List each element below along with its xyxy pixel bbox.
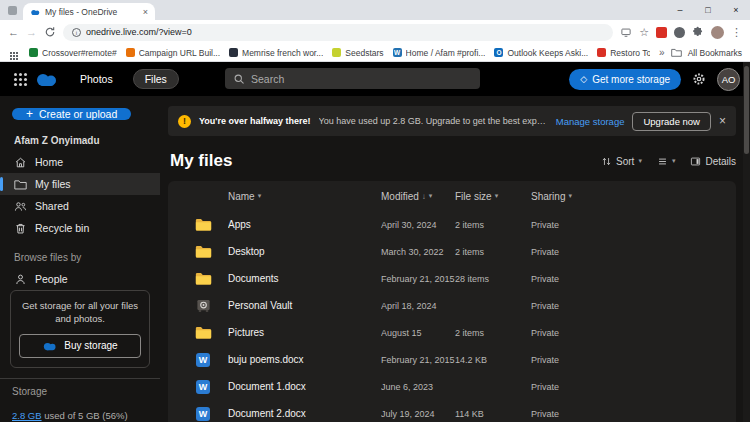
tab-close-icon[interactable]: ×	[143, 7, 148, 17]
site-info-icon[interactable]: i	[72, 28, 81, 37]
browser-logo-icon	[8, 6, 17, 15]
bookmark-item[interactable]: Campaign URL Buil...	[126, 48, 220, 58]
file-sharing[interactable]: Private	[531, 274, 736, 284]
bookmark-favicon	[126, 48, 135, 57]
table-row[interactable]: Pictures August 15 2 items Private	[168, 319, 736, 346]
forward-icon[interactable]: →	[26, 27, 37, 38]
sidebar-item-label: People	[35, 273, 68, 285]
create-or-upload-button[interactable]: + Create or upload	[12, 108, 131, 120]
column-header-sharing[interactable]: Sharing ▾	[531, 191, 736, 202]
send-to-device-icon[interactable]	[620, 27, 632, 38]
account-avatar[interactable]: AO	[717, 68, 740, 91]
bookmark-item[interactable]: Restoro Top articles...	[597, 48, 650, 58]
browser-toolbar: ← → i onedrive.live.com/?view=0 ☆ ⋮	[0, 20, 750, 44]
sort-button[interactable]: Sort ▾	[601, 156, 642, 167]
file-sharing[interactable]: Private	[531, 220, 736, 230]
file-sharing[interactable]: Private	[531, 328, 736, 338]
sidebar-item-my-files[interactable]: My files	[0, 173, 160, 195]
table-row[interactable]: Documents February 21, 2015 28 items Pri…	[168, 265, 736, 292]
storage-section: Storage 2.8 GB used of 5 GB (56%)	[0, 378, 160, 422]
search-box[interactable]	[225, 68, 480, 89]
storage-usage: 2.8 GB used of 5 GB (56%)	[12, 410, 160, 421]
file-sharing[interactable]: Private	[531, 247, 736, 257]
file-name[interactable]: Documents	[228, 273, 381, 284]
file-name[interactable]: Document 2.docx	[228, 408, 381, 419]
table-row[interactable]: W Document 1.docx June 6, 2023 Private	[168, 373, 736, 400]
bookmark-star-icon[interactable]: ☆	[639, 27, 649, 38]
browser-profile-avatar[interactable]	[711, 26, 724, 39]
table-row[interactable]: Personal Vault April 18, 2024 Private	[168, 292, 736, 319]
bookmark-label: Seedstars	[345, 48, 383, 58]
file-name[interactable]: Apps	[228, 219, 381, 230]
file-size: 28 items	[455, 274, 531, 284]
file-name[interactable]: Document 1.docx	[228, 381, 381, 392]
bookmarks-right: » All Bookmarks	[659, 47, 742, 58]
sidebar-item-home[interactable]: Home	[0, 151, 160, 173]
refresh-icon[interactable]	[44, 26, 56, 38]
tab-files[interactable]: Files	[133, 69, 179, 89]
apps-grid-icon[interactable]	[10, 52, 12, 54]
buy-storage-button[interactable]: Buy storage	[19, 334, 141, 358]
folder-icon	[195, 218, 212, 232]
details-button[interactable]: Details	[690, 156, 736, 167]
bookmark-item[interactable]: O Outlook Keeps Aski...	[494, 48, 588, 58]
browse-files-by-header: Browse files by	[14, 252, 160, 263]
manage-storage-link[interactable]: Manage storage	[556, 116, 625, 127]
window-minimize-button[interactable]: –	[666, 0, 694, 20]
app-launcher-icon[interactable]	[14, 73, 17, 76]
scrollbar-thumb[interactable]	[744, 66, 749, 154]
column-header-name[interactable]: Name ▾	[228, 191, 381, 202]
onedrive-logo-icon[interactable]	[34, 71, 60, 87]
onedrive-page: Photos Files ◇ Get more storage AO + C	[0, 62, 750, 422]
settings-gear-icon[interactable]	[692, 72, 706, 86]
file-modified: March 30, 2022	[381, 247, 455, 257]
bookmark-item[interactable]: W Home / Afam #profi...	[393, 48, 486, 58]
column-header-file-size[interactable]: File size ▾	[455, 191, 531, 202]
browser-menu-icon[interactable]: ⋮	[731, 27, 742, 38]
file-table-body: Apps April 30, 2024 2 items Private Desk…	[168, 211, 736, 422]
extension-red-icon[interactable]	[656, 27, 667, 38]
browser-tab[interactable]: My files - OneDrive ×	[23, 3, 155, 20]
table-row[interactable]: W buju poems.docx February 21, 2015 14.2…	[168, 346, 736, 373]
all-bookmarks-label[interactable]: All Bookmarks	[688, 48, 742, 58]
file-sharing[interactable]: Private	[531, 409, 736, 419]
window-close-button[interactable]: ×	[722, 0, 750, 20]
view-toggle-button[interactable]: ▾	[657, 156, 676, 167]
list-view-icon	[657, 156, 668, 167]
back-icon[interactable]: ←	[8, 27, 19, 38]
storage-used-link[interactable]: 2.8 GB	[12, 410, 42, 421]
file-sharing[interactable]: Private	[531, 382, 736, 392]
table-row[interactable]: Desktop March 30, 2022 2 items Private	[168, 238, 736, 265]
file-name[interactable]: Personal Vault	[228, 300, 381, 311]
search-input[interactable]	[251, 73, 472, 85]
address-bar[interactable]: i onedrive.live.com/?view=0	[63, 24, 613, 41]
sidebar-item-recycle-bin[interactable]: Recycle bin	[0, 217, 160, 239]
bookmarks-overflow-icon[interactable]: »	[659, 47, 665, 58]
bookmark-favicon	[597, 48, 606, 57]
bookmark-label: Home / Afam #profi...	[406, 48, 486, 58]
home-icon	[14, 156, 27, 169]
tab-photos[interactable]: Photos	[69, 70, 124, 88]
table-row[interactable]: W Document 2.docx July 19, 2024 114 KB P…	[168, 400, 736, 422]
table-row[interactable]: Apps April 30, 2024 2 items Private	[168, 211, 736, 238]
sidebar-item-shared[interactable]: Shared	[0, 195, 160, 217]
column-header-modified[interactable]: Modified ↓ ▾	[381, 191, 455, 202]
extensions-puzzle-icon[interactable]	[692, 26, 704, 38]
bookmark-item[interactable]: Seedstars	[332, 48, 383, 58]
chevron-down-icon: ▾	[638, 157, 642, 165]
upgrade-now-button[interactable]: Upgrade now	[632, 112, 711, 131]
extension-circle-icon[interactable]	[674, 27, 685, 38]
banner-close-icon[interactable]: ×	[719, 115, 726, 127]
bookmark-favicon: O	[494, 48, 503, 57]
window-maximize-button[interactable]: □	[694, 0, 722, 20]
bookmark-item[interactable]: Memrise french wor...	[229, 48, 323, 58]
file-name[interactable]: Pictures	[228, 327, 381, 338]
sidebar-item-people[interactable]: People	[0, 268, 160, 290]
page-scrollbar[interactable]	[743, 62, 750, 422]
file-sharing[interactable]: Private	[531, 355, 736, 365]
file-sharing[interactable]: Private	[531, 301, 736, 311]
bookmark-item[interactable]: Crossover#remote#	[29, 48, 117, 58]
file-name[interactable]: buju poems.docx	[228, 354, 381, 365]
file-name[interactable]: Desktop	[228, 246, 381, 257]
get-more-storage-button[interactable]: ◇ Get more storage	[569, 69, 681, 90]
